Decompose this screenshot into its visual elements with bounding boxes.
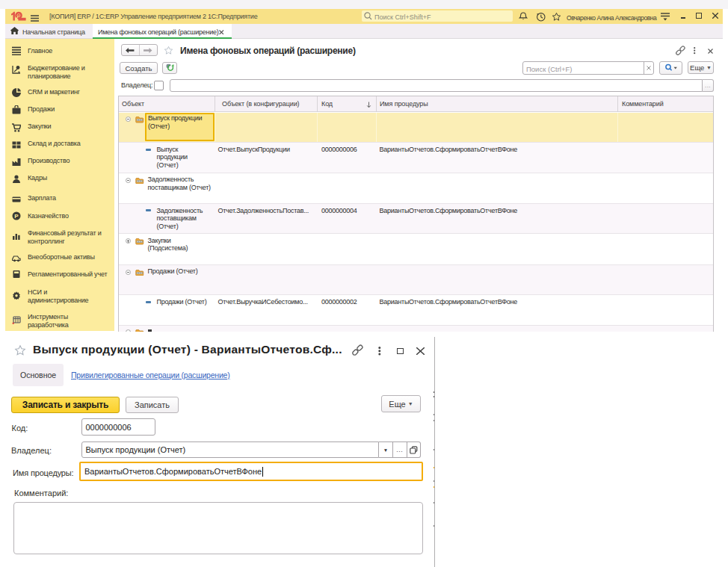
svg-text:Р: Р: [14, 213, 19, 220]
